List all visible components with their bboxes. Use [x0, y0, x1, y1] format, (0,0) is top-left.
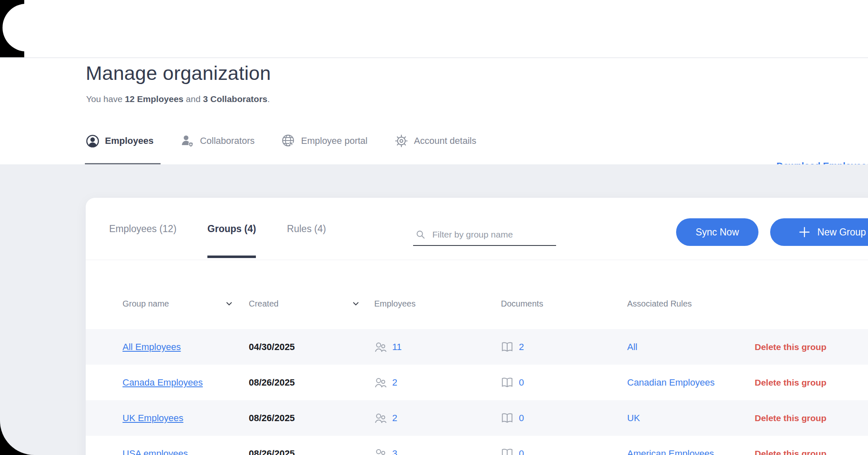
documents-count[interactable]: 2	[501, 341, 524, 353]
tab-employee-portal-label: Employee portal	[301, 135, 368, 146]
window-top-strip	[24, 0, 868, 58]
documents-count-value: 0	[519, 448, 524, 455]
employees-count[interactable]: 2	[374, 376, 397, 389]
people-icon	[374, 412, 387, 424]
page-title: Manage organization	[86, 61, 271, 84]
column-created: Created	[249, 299, 278, 308]
group-name-link[interactable]: Canada Employees	[123, 377, 203, 388]
documents-count[interactable]: 0	[501, 412, 524, 424]
sync-now-button[interactable]: Sync Now	[676, 218, 758, 246]
card-header: Employees (12) Groups (4) Rules (4) Sync…	[86, 198, 868, 260]
card-tab-employees[interactable]: Employees (12)	[109, 198, 176, 260]
table-header-row: Group name Created Employees Documents A…	[86, 260, 868, 329]
book-icon	[501, 341, 513, 353]
employees-count-value: 3	[392, 448, 397, 455]
employees-count[interactable]: 11	[374, 341, 402, 353]
tab-account-details-label: Account details	[414, 135, 476, 146]
employees-count-value: 11	[392, 342, 402, 353]
card-active-tab-underline	[207, 256, 256, 258]
card-tab-rules-label: Rules (4)	[287, 223, 326, 235]
search-icon	[416, 230, 426, 240]
associated-rule-link[interactable]: American Employees	[627, 448, 714, 455]
employees-count-text: 12 Employees	[125, 94, 184, 104]
documents-count-value: 0	[519, 413, 524, 424]
people-icon	[374, 376, 387, 389]
subtitle-middle: and	[184, 94, 203, 104]
column-group-name: Group name	[123, 299, 169, 308]
associated-rule-link[interactable]: All	[627, 342, 637, 353]
group-filter-input[interactable]	[431, 229, 550, 240]
table-row: All Employees 04/30/2025 11 2	[86, 329, 868, 365]
group-name-link[interactable]: UK Employees	[123, 413, 184, 424]
people-icon	[374, 341, 387, 353]
associated-rule-link[interactable]: Canadian Employees	[627, 377, 715, 388]
subtitle-suffix: .	[268, 94, 270, 104]
sort-chevron-created[interactable]	[351, 299, 360, 308]
page-subtitle: You have 12 Employees and 3 Collaborator…	[86, 94, 270, 104]
groups-card: Employees (12) Groups (4) Rules (4) Sync…	[86, 198, 868, 455]
sync-now-label: Sync Now	[696, 227, 739, 238]
gear-icon	[394, 134, 408, 148]
people-icon	[374, 447, 387, 455]
documents-count-value: 2	[519, 342, 524, 353]
collaborators-count-text: 3 Collaborators	[203, 94, 267, 104]
created-date: 04/30/2025	[249, 342, 295, 353]
tab-employee-portal[interactable]: Employee portal	[281, 134, 368, 148]
created-date: 08/26/2025	[249, 448, 295, 455]
new-group-button[interactable]: New Group	[770, 218, 868, 246]
created-date: 08/26/2025	[249, 377, 295, 388]
group-name-link[interactable]: USA employees	[123, 448, 188, 455]
associated-rule-link[interactable]: UK	[627, 413, 640, 424]
delete-group-link[interactable]: Delete this group	[755, 378, 827, 388]
tab-account-details[interactable]: Account details	[394, 134, 476, 148]
book-icon	[501, 447, 513, 455]
delete-group-link[interactable]: Delete this group	[755, 449, 827, 455]
tab-employees-label: Employees	[105, 135, 153, 146]
header-nav-tabs: Employees Collaborators	[86, 130, 476, 152]
person-circle-icon	[86, 134, 100, 148]
created-date: 08/26/2025	[249, 413, 295, 424]
subtitle-prefix: You have	[86, 94, 125, 104]
globe-cursor-icon	[281, 134, 296, 148]
delete-group-link[interactable]: Delete this group	[755, 342, 827, 352]
card-tab-employees-label: Employees (12)	[109, 223, 176, 235]
tab-collaborators[interactable]: Collaborators	[180, 134, 255, 148]
table-row: UK Employees 08/26/2025 2 0 UK	[86, 400, 868, 436]
tab-collaborators-label: Collaborators	[200, 135, 255, 146]
window-corner-notch	[3, 4, 50, 51]
card-tab-groups-label: Groups (4)	[207, 223, 256, 235]
column-documents: Documents	[501, 299, 543, 308]
column-associated-rules: Associated Rules	[627, 299, 692, 308]
column-employees: Employees	[374, 299, 416, 308]
group-name-link[interactable]: All Employees	[123, 342, 181, 353]
sort-chevron-group-name[interactable]	[225, 299, 234, 308]
group-filter	[413, 224, 556, 246]
card-tab-groups[interactable]: Groups (4)	[207, 198, 256, 260]
new-group-label: New Group	[817, 227, 866, 238]
book-icon	[501, 376, 513, 389]
employees-count[interactable]: 3	[374, 447, 397, 455]
documents-count[interactable]: 0	[501, 376, 524, 389]
table-row: USA employees 08/26/2025 3 0 A	[86, 436, 868, 455]
page-header: Manage organization You have 12 Employee…	[0, 58, 868, 164]
documents-count-value: 0	[519, 377, 524, 388]
person-shield-icon	[180, 134, 194, 148]
book-icon	[501, 412, 513, 424]
plus-icon	[798, 226, 811, 238]
delete-group-link[interactable]: Delete this group	[755, 413, 827, 423]
employees-count-value: 2	[392, 413, 397, 424]
table-row: Canada Employees 08/26/2025 2 0	[86, 365, 868, 400]
employees-count[interactable]: 2	[374, 412, 397, 424]
tab-employees[interactable]: Employees	[86, 134, 153, 148]
card-tab-rules[interactable]: Rules (4)	[287, 198, 326, 260]
employees-count-value: 2	[392, 377, 397, 388]
documents-count[interactable]: 0	[501, 447, 524, 455]
